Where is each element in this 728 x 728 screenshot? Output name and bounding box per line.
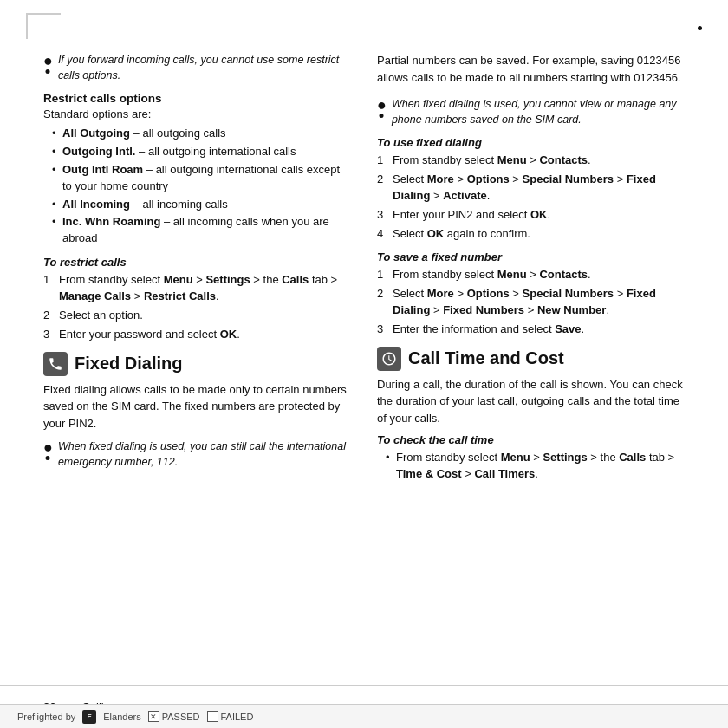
newnumber-bold: New Number: [537, 303, 606, 316]
list-item: 2 Select More > Options > Special Number…: [377, 286, 685, 319]
note-bullet-icon: ●: [377, 96, 387, 115]
step-num: 3: [377, 207, 383, 224]
timecost-bold: Time & Cost: [396, 467, 462, 480]
note-fixed-text: When fixed dialing is used, you can stil…: [58, 439, 351, 470]
restrict-calls-title: Restrict calls options: [43, 92, 351, 105]
use-fixed-steps: 1 From standby select Menu > Contacts. 2…: [377, 153, 685, 242]
clock-svg: [381, 351, 397, 367]
to-save-fixed-subtitle: To save a fixed number: [377, 250, 685, 263]
step-num: 2: [377, 172, 383, 188]
to-use-fixed-subtitle: To use fixed dialing: [377, 136, 685, 149]
partial-numbers-text: Partial numbers can be saved. For exampl…: [377, 52, 685, 86]
calls-bold: Calls: [619, 451, 646, 464]
phone-svg: [48, 356, 63, 372]
note-bullet-icon: ●: [43, 439, 53, 458]
to-check-call-subtitle: To check the call time: [377, 433, 685, 446]
note-forward-calls: ● If you forward incoming calls, you can…: [43, 52, 351, 83]
fixed-dialing-body: Fixed dialing allows calls to be made on…: [43, 381, 351, 432]
check-call-steps: From standby select Menu > Settings > th…: [386, 450, 685, 483]
content-area: ● If you forward incoming calls, you can…: [0, 0, 728, 491]
restrict-steps-list: 1 From standby select Menu > Settings > …: [43, 272, 351, 342]
options-bold: Options: [467, 287, 510, 300]
note-forward-text: If you forward incoming calls, you canno…: [58, 52, 351, 83]
call-time-icon: [377, 347, 401, 371]
list-item: From standby select Menu > Settings > th…: [386, 450, 685, 483]
list-item: 4 Select OK again to confirm.: [377, 226, 685, 243]
option-bold: All Outgoing: [62, 127, 130, 140]
option-bold: Inc. Whn Roaming: [62, 215, 160, 228]
timers-bold: Call Timers: [474, 467, 535, 480]
list-item: All Outgoing – all outgoing calls: [52, 126, 351, 142]
save-bold: Save: [555, 322, 581, 335]
list-item: 2 Select More > Options > Special Number…: [377, 172, 685, 205]
special-bold: Special Numbers: [523, 172, 614, 185]
passed-label: PASSED: [162, 712, 200, 722]
call-time-title: Call Time and Cost: [408, 348, 564, 368]
list-item: All Incoming – all incoming calls: [52, 197, 351, 213]
step-num: 4: [377, 226, 383, 243]
step-num: 2: [43, 308, 49, 324]
failed-checkbox: [207, 711, 218, 722]
menu-bold: Menu: [501, 451, 530, 464]
preflight-label: Preflighted by: [17, 712, 75, 722]
option-bold: Outgoing Intl.: [62, 145, 135, 158]
step-num: 1: [43, 272, 49, 289]
ok-bold: OK: [220, 328, 237, 341]
passed-indicator: ✕ PASSED: [148, 711, 200, 722]
step-num: 3: [43, 327, 49, 343]
list-item: Outgoing Intl. – all outgoing internatio…: [52, 144, 351, 160]
list-item: 1 From standby select Menu > Settings > …: [43, 272, 351, 305]
restrict-options-list: All Outgoing – all outgoing calls Outgoi…: [52, 126, 351, 247]
list-item: 1 From standby select Menu > Contacts.: [377, 153, 685, 169]
call-time-header: Call Time and Cost: [377, 347, 685, 371]
option-bold: Outg Intl Roam: [62, 163, 143, 176]
step-num: 1: [377, 267, 383, 283]
failed-label: FAILED: [221, 712, 254, 722]
corner-dot: [698, 26, 702, 30]
list-item: 3 Enter your PIN2 and select OK.: [377, 207, 685, 224]
list-item: 2 Select an option.: [43, 308, 351, 324]
fixed-dialing-header: Fixed Dialing: [43, 352, 351, 376]
menu-bold: Menu: [497, 153, 527, 166]
options-bold: Options: [467, 172, 510, 185]
page: ● If you forward incoming calls, you can…: [0, 0, 728, 728]
menu-bold: Menu: [164, 273, 193, 286]
fixed-dialing-title: Fixed Dialing: [75, 354, 182, 374]
restrict-bold: Restrict Calls: [144, 289, 216, 302]
fixed-dialing-icon: [43, 352, 68, 376]
ok-bold: OK: [427, 227, 445, 240]
fixednums-bold: Fixed Numbers: [443, 303, 524, 316]
right-column: Partial numbers can be saved. For exampl…: [377, 52, 685, 491]
elanders-name: Elanders: [103, 712, 140, 722]
preflight-bar: Preflighted by E Elanders ✕ PASSED FAILE…: [0, 704, 728, 728]
corner-decoration: [26, 13, 61, 39]
elanders-icon: E: [82, 710, 96, 724]
note-fixed-view: ● When fixed dialing is used, you cannot…: [377, 96, 685, 127]
menu-bold: Menu: [497, 268, 527, 281]
list-item: Outg Intl Roam – all outgoing internatio…: [52, 162, 351, 195]
calls-bold: Calls: [282, 273, 309, 286]
option-bold: All Incoming: [62, 198, 130, 211]
contacts-bold: Contacts: [539, 153, 588, 166]
activate-bold: Activate: [443, 189, 487, 202]
list-item: 3 Enter the information and select Save.: [377, 322, 685, 338]
standard-options-label: Standard options are:: [43, 107, 351, 120]
contacts-bold: Contacts: [539, 268, 588, 281]
to-restrict-subtitle: To restrict calls: [43, 256, 351, 269]
step-num: 1: [377, 153, 383, 169]
manage-bold: Manage Calls: [59, 289, 131, 302]
note-fixed-view-text: When fixed dialing is used, you cannot v…: [392, 96, 685, 127]
save-fixed-steps: 1 From standby select Menu > Contacts. 2…: [377, 267, 685, 337]
left-column: ● If you forward incoming calls, you can…: [43, 52, 351, 491]
note-fixed-dialing: ● When fixed dialing is used, you can st…: [43, 439, 351, 470]
step-num: 2: [377, 286, 383, 302]
list-item: 3 Enter your password and select OK.: [43, 327, 351, 343]
more-bold: More: [427, 172, 454, 185]
special-bold: Special Numbers: [523, 287, 614, 300]
passed-checkbox: ✕: [148, 711, 159, 722]
list-item: 1 From standby select Menu > Contacts.: [377, 267, 685, 283]
ok-bold: OK: [530, 208, 548, 221]
failed-indicator: FAILED: [207, 711, 254, 722]
settings-bold: Settings: [205, 273, 250, 286]
settings-bold: Settings: [543, 451, 587, 464]
